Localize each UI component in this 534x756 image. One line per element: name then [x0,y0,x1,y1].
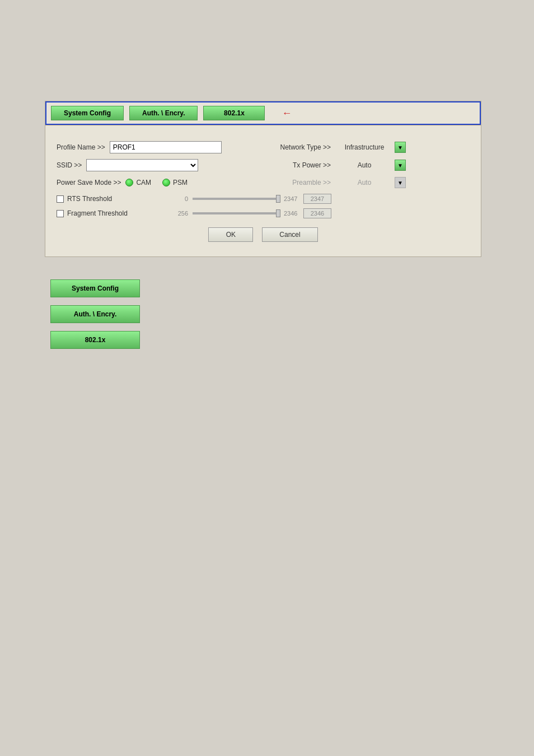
tab-bar: System Config Auth. \ Encry. 802.1x ← [45,101,481,125]
profile-name-field-group: Profile Name >> [57,141,269,153]
rts-value-input[interactable] [303,194,331,204]
tx-power-dropdown[interactable]: ▼ [395,160,406,171]
standalone-system-config-btn[interactable]: System Config [50,279,140,297]
cancel-button[interactable]: Cancel [262,227,317,242]
button-row: OK Cancel [57,227,470,248]
cam-label: CAM [136,179,151,186]
ok-button[interactable]: OK [208,227,253,242]
fragment-checkbox[interactable] [57,210,64,217]
network-type-value: Infrastructure [336,143,392,151]
rts-max: 2347 [284,195,303,202]
fragment-slider-container [190,212,282,214]
psm-radio-circle [162,179,170,186]
fragment-value-input[interactable] [303,208,331,218]
fragment-min: 256 [168,210,188,217]
preamble-field-group: Preamble >> Auto ▼ [269,177,470,188]
tx-power-field-group: Tx Power >> Auto ▼ [269,160,470,171]
fragment-threshold-row: Fragment Threshold 256 2346 [57,208,470,218]
profile-name-input[interactable] [110,141,222,153]
psm-preamble-row: Power Save Mode >> CAM PSM Preamble >> [57,177,470,188]
power-save-label: Power Save Mode >> [57,179,121,186]
network-type-dropdown[interactable]: ▼ [395,142,406,153]
standalone-auth-encry-btn[interactable]: Auth. \ Encry. [50,305,140,323]
ssid-field-group: SSID >> [57,159,269,171]
preamble-dropdown: ▼ [395,177,406,188]
tab-system-config[interactable]: System Config [51,106,124,120]
psm-field-group: Power Save Mode >> CAM PSM [57,179,269,186]
fragment-slider-track[interactable] [193,212,279,214]
psm-radio-item[interactable]: PSM [162,179,188,186]
rts-checkbox-area: RTS Threshold [57,195,168,203]
radio-group: CAM PSM [125,179,188,186]
cam-radio-item[interactable]: CAM [125,179,151,186]
rts-label: RTS Threshold [67,195,112,203]
rts-min: 0 [168,195,188,202]
preamble-value: Auto [336,179,392,186]
fragment-checkbox-area: Fragment Threshold [57,209,168,217]
tab-802[interactable]: 802.1x [203,106,265,120]
fragment-slider-end [276,209,280,217]
form-divider [45,125,481,125]
profile-name-label: Profile Name >> [57,143,105,151]
page-wrapper: System Config Auth. \ Encry. 802.1x ← Pr… [0,0,534,756]
psm-label: PSM [173,179,188,186]
form-area: Profile Name >> Network Type >> Infrastr… [45,132,481,256]
network-type-field-group: Network Type >> Infrastructure ▼ [269,142,470,153]
profile-network-row: Profile Name >> Network Type >> Infrastr… [57,141,470,153]
standalone-buttons: System Config Auth. \ Encry. 802.1x [50,279,489,349]
tx-power-value: Auto [336,161,392,169]
rts-slider-track[interactable] [193,198,279,200]
fragment-max: 2346 [284,210,303,217]
tab-auth-encry[interactable]: Auth. \ Encry. [129,106,198,120]
back-arrow[interactable]: ← [276,108,297,119]
fragment-label: Fragment Threshold [67,209,128,217]
rts-slider-end [276,195,280,203]
ssid-select[interactable] [86,159,198,171]
rts-threshold-row: RTS Threshold 0 2347 [57,194,470,204]
preamble-label: Preamble >> [269,179,331,186]
ssid-txpower-row: SSID >> Tx Power >> Auto ▼ [57,159,470,171]
standalone-802-btn[interactable]: 802.1x [50,331,140,349]
network-type-label: Network Type >> [269,143,331,151]
ssid-label: SSID >> [57,161,82,169]
dialog-panel: System Config Auth. \ Encry. 802.1x ← Pr… [45,101,481,257]
rts-slider-container [190,198,282,200]
rts-checkbox[interactable] [57,195,64,203]
tx-power-label: Tx Power >> [269,161,331,169]
cam-radio-circle [125,179,133,186]
